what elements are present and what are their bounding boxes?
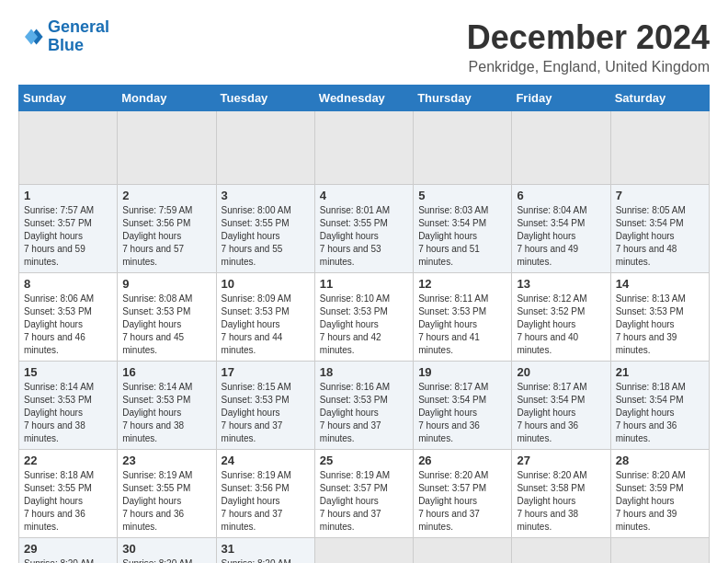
day-number: 15 xyxy=(24,365,112,379)
day-info: Sunrise: 8:20 AMSunset: 3:59 PMDaylight … xyxy=(616,470,686,532)
calendar-cell xyxy=(314,111,413,185)
calendar-week-row: 15Sunrise: 8:14 AMSunset: 3:53 PMDayligh… xyxy=(19,362,710,450)
calendar-cell: 9Sunrise: 8:08 AMSunset: 3:53 PMDaylight… xyxy=(118,273,216,362)
day-number: 21 xyxy=(616,365,704,379)
day-info: Sunrise: 8:16 AMSunset: 3:53 PMDaylight … xyxy=(320,382,390,443)
calendar-week-row: 1Sunrise: 7:57 AMSunset: 3:57 PMDaylight… xyxy=(19,185,710,273)
day-info: Sunrise: 8:18 AMSunset: 3:55 PMDaylight … xyxy=(24,470,94,532)
calendar-cell: 29Sunrise: 8:20 AMSunset: 4:00 PMDayligh… xyxy=(19,538,118,564)
calendar-cell: 26Sunrise: 8:20 AMSunset: 3:57 PMDayligh… xyxy=(414,450,512,538)
calendar-cell xyxy=(314,538,413,564)
day-info: Sunrise: 8:05 AMSunset: 3:54 PMDaylight … xyxy=(616,205,686,267)
logo-line2: Blue xyxy=(48,36,84,54)
calendar-cell: 17Sunrise: 8:15 AMSunset: 3:53 PMDayligh… xyxy=(216,362,314,450)
day-number: 7 xyxy=(616,189,704,202)
calendar-cell: 11Sunrise: 8:10 AMSunset: 3:53 PMDayligh… xyxy=(314,273,413,362)
calendar-cell: 23Sunrise: 8:19 AMSunset: 3:55 PMDayligh… xyxy=(118,450,216,538)
col-header-tuesday: Tuesday xyxy=(216,86,314,111)
day-number: 22 xyxy=(24,454,112,467)
day-number: 12 xyxy=(418,277,506,291)
calendar-cell: 1Sunrise: 7:57 AMSunset: 3:57 PMDaylight… xyxy=(19,185,118,273)
day-number: 19 xyxy=(418,365,506,379)
day-number: 10 xyxy=(222,277,310,291)
logo-icon xyxy=(18,24,44,50)
calendar-cell: 14Sunrise: 8:13 AMSunset: 3:53 PMDayligh… xyxy=(610,273,709,362)
calendar-cell: 20Sunrise: 8:17 AMSunset: 3:54 PMDayligh… xyxy=(512,362,610,450)
day-number: 31 xyxy=(222,542,310,556)
day-info: Sunrise: 8:14 AMSunset: 3:53 PMDaylight … xyxy=(24,382,94,443)
day-number: 20 xyxy=(517,365,605,379)
day-number: 18 xyxy=(320,365,408,379)
day-info: Sunrise: 8:20 AMSunset: 3:57 PMDaylight … xyxy=(418,470,488,532)
day-info: Sunrise: 8:19 AMSunset: 3:57 PMDaylight … xyxy=(320,470,390,532)
calendar-cell xyxy=(610,111,709,185)
calendar-week-row: 29Sunrise: 8:20 AMSunset: 4:00 PMDayligh… xyxy=(19,538,710,564)
day-info: Sunrise: 8:08 AMSunset: 3:53 PMDaylight … xyxy=(122,293,192,355)
calendar-cell xyxy=(118,111,216,185)
day-number: 1 xyxy=(24,189,112,202)
day-number: 23 xyxy=(122,454,210,467)
day-info: Sunrise: 8:09 AMSunset: 3:53 PMDaylight … xyxy=(222,293,291,355)
day-info: Sunrise: 7:57 AMSunset: 3:57 PMDaylight … xyxy=(24,205,94,267)
calendar-cell: 18Sunrise: 8:16 AMSunset: 3:53 PMDayligh… xyxy=(314,362,413,450)
calendar-cell: 24Sunrise: 8:19 AMSunset: 3:56 PMDayligh… xyxy=(216,450,314,538)
calendar-cell xyxy=(512,538,610,564)
day-info: Sunrise: 8:15 AMSunset: 3:53 PMDaylight … xyxy=(222,382,291,443)
day-info: Sunrise: 8:19 AMSunset: 3:56 PMDaylight … xyxy=(222,470,291,532)
day-number: 30 xyxy=(122,542,210,556)
calendar-cell xyxy=(414,111,512,185)
calendar-cell xyxy=(610,538,709,564)
calendar-cell: 12Sunrise: 8:11 AMSunset: 3:53 PMDayligh… xyxy=(414,273,512,362)
day-info: Sunrise: 8:00 AMSunset: 3:55 PMDaylight … xyxy=(222,205,291,267)
col-header-wednesday: Wednesday xyxy=(314,86,413,111)
location: Penkridge, England, United Kingdom xyxy=(467,59,710,75)
calendar-cell: 21Sunrise: 8:18 AMSunset: 3:54 PMDayligh… xyxy=(610,362,709,450)
page-header: General Blue December 2024 Penkridge, En… xyxy=(18,18,710,75)
day-number: 4 xyxy=(320,189,408,202)
day-info: Sunrise: 8:17 AMSunset: 3:54 PMDaylight … xyxy=(517,382,586,443)
day-info: Sunrise: 8:17 AMSunset: 3:54 PMDaylight … xyxy=(418,382,488,443)
day-info: Sunrise: 8:13 AMSunset: 3:53 PMDaylight … xyxy=(616,293,686,355)
day-number: 16 xyxy=(122,365,210,379)
calendar-cell xyxy=(216,111,314,185)
day-number: 9 xyxy=(122,277,210,291)
logo-line1: General xyxy=(48,17,109,36)
day-number: 2 xyxy=(122,189,210,202)
day-info: Sunrise: 8:20 AMSunset: 3:58 PMDaylight … xyxy=(517,470,586,532)
header-row: SundayMondayTuesdayWednesdayThursdayFrid… xyxy=(19,86,710,111)
day-number: 26 xyxy=(418,454,506,467)
calendar-cell: 3Sunrise: 8:00 AMSunset: 3:55 PMDaylight… xyxy=(216,185,314,273)
day-info: Sunrise: 8:10 AMSunset: 3:53 PMDaylight … xyxy=(320,293,390,355)
day-number: 5 xyxy=(418,189,506,202)
day-info: Sunrise: 7:59 AMSunset: 3:56 PMDaylight … xyxy=(122,205,192,267)
day-info: Sunrise: 8:19 AMSunset: 3:55 PMDaylight … xyxy=(122,470,192,532)
calendar-cell: 5Sunrise: 8:03 AMSunset: 3:54 PMDaylight… xyxy=(414,185,512,273)
col-header-sunday: Sunday xyxy=(19,86,118,111)
day-info: Sunrise: 8:20 AMSunset: 4:02 PMDaylight … xyxy=(222,558,291,563)
calendar-table: SundayMondayTuesdayWednesdayThursdayFrid… xyxy=(18,85,710,563)
col-header-friday: Friday xyxy=(512,86,610,111)
calendar-cell: 7Sunrise: 8:05 AMSunset: 3:54 PMDaylight… xyxy=(610,185,709,273)
logo-text: General Blue xyxy=(48,18,109,55)
day-number: 11 xyxy=(320,277,408,291)
day-number: 8 xyxy=(24,277,112,291)
day-number: 27 xyxy=(517,454,605,467)
day-info: Sunrise: 8:20 AMSunset: 4:01 PMDaylight … xyxy=(122,558,192,563)
day-number: 3 xyxy=(222,189,310,202)
day-number: 28 xyxy=(616,454,704,467)
calendar-cell: 27Sunrise: 8:20 AMSunset: 3:58 PMDayligh… xyxy=(512,450,610,538)
day-number: 6 xyxy=(517,189,605,202)
calendar-week-row: 22Sunrise: 8:18 AMSunset: 3:55 PMDayligh… xyxy=(19,450,710,538)
title-block: December 2024 Penkridge, England, United… xyxy=(467,18,710,75)
col-header-monday: Monday xyxy=(118,86,216,111)
calendar-cell xyxy=(19,111,118,185)
day-number: 29 xyxy=(24,542,112,556)
calendar-cell: 16Sunrise: 8:14 AMSunset: 3:53 PMDayligh… xyxy=(118,362,216,450)
calendar-cell: 19Sunrise: 8:17 AMSunset: 3:54 PMDayligh… xyxy=(414,362,512,450)
day-info: Sunrise: 8:06 AMSunset: 3:53 PMDaylight … xyxy=(24,293,94,355)
col-header-saturday: Saturday xyxy=(610,86,709,111)
day-info: Sunrise: 8:20 AMSunset: 4:00 PMDaylight … xyxy=(24,558,94,563)
day-info: Sunrise: 8:14 AMSunset: 3:53 PMDaylight … xyxy=(122,382,192,443)
logo: General Blue xyxy=(18,18,109,55)
calendar-cell: 15Sunrise: 8:14 AMSunset: 3:53 PMDayligh… xyxy=(19,362,118,450)
